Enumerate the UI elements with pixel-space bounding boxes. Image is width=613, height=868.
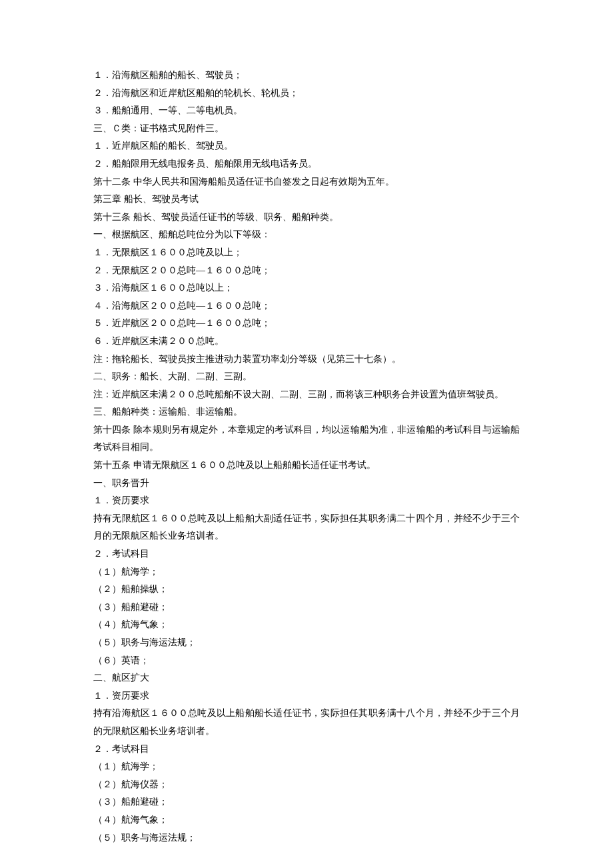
- text-line: 二、航区扩大: [93, 669, 520, 687]
- text-line: 第十四条 除本规则另有规定外，本章规定的考试科目，均以运输船为准，非运输船的考试…: [93, 421, 520, 457]
- text-line: 注：拖轮船长、驾驶员按主推进动力装置功率划分等级（见第三十七条）。: [93, 351, 520, 369]
- text-line: ２．考试科目: [93, 741, 520, 759]
- text-line: 持有沿海航区１６００总吨及以上船舶船长适任证书，实际担任其职务满十八个月，并经不…: [93, 705, 520, 740]
- text-line: ５．近岸航区２００总吨—１６００总吨；: [93, 315, 520, 333]
- text-line: ２．船舶限用无线电报务员、船舶限用无线电话务员。: [93, 155, 520, 173]
- text-line: （４）航海气象；: [93, 811, 520, 829]
- text-line: ２．无限航区２００总吨—１６００总吨；: [93, 262, 520, 280]
- text-line: 二、职务：船长、大副、二副、三副。: [93, 368, 520, 386]
- text-line: １．资历要求: [93, 687, 520, 705]
- text-line: （１）航海学；: [93, 563, 520, 581]
- text-line: １．近岸航区船的船长、驾驶员。: [93, 137, 520, 155]
- text-line: 一、根据航区、船舶总吨位分为以下等级：: [93, 226, 520, 244]
- text-line: 注：近岸航区未满２００总吨船舶不设大副、二副、三副，而将该三种职务合并设置为值班…: [93, 386, 520, 404]
- document-body: １．沿海航区船舶的船长、驾驶员；２．沿海航区和近岸航区船舶的轮机长、轮机员；３．…: [93, 67, 520, 847]
- text-line: （５）职务与海运法规；: [93, 829, 520, 847]
- text-line: 第三章 船长、驾驶员考试: [93, 191, 520, 209]
- text-line: ３．船舶通用、一等、二等电机员。: [93, 102, 520, 120]
- text-line: 第十三条 船长、驾驶员适任证书的等级、职务、船舶种类。: [93, 209, 520, 227]
- text-line: １．沿海航区船舶的船长、驾驶员；: [93, 67, 520, 85]
- text-line: １．无限航区１６００总吨及以上；: [93, 244, 520, 262]
- text-line: ２．考试科目: [93, 545, 520, 563]
- text-line: ４．沿海航区２００总吨—１６００总吨；: [93, 297, 520, 315]
- text-line: 第十五条 申请无限航区１６００总吨及以上船舶船长适任证书考试。: [93, 457, 520, 475]
- text-line: 三、Ｃ类：证书格式见附件三。: [93, 120, 520, 138]
- text-line: （５）职务与海运法规；: [93, 634, 520, 652]
- text-line: ３．沿海航区１６００总吨以上；: [93, 279, 520, 297]
- text-line: ２．沿海航区和近岸航区船舶的轮机长、轮机员；: [93, 85, 520, 103]
- text-line: ６．近岸航区未满２００总吨。: [93, 333, 520, 351]
- text-line: （６）英语；: [93, 652, 520, 670]
- text-line: （３）船舶避碰；: [93, 599, 520, 617]
- text-line: （４）航海气象；: [93, 616, 520, 634]
- text-line: 三、船舶种类：运输船、非运输船。: [93, 403, 520, 421]
- text-line: 一、职务晋升: [93, 475, 520, 493]
- text-line: 第十二条 中华人民共和国海船船员适任证书自签发之日起有效期为五年。: [93, 173, 520, 191]
- text-line: １．资历要求: [93, 492, 520, 510]
- text-line: 持有无限航区１６００总吨及以上船舶大副适任证书，实际担任其职务满二十四个月，并经…: [93, 510, 520, 545]
- text-line: （３）船舶避碰；: [93, 793, 520, 811]
- text-line: （１）航海学；: [93, 758, 520, 776]
- text-line: （２）船舶操纵；: [93, 581, 520, 599]
- text-line: （２）航海仪器；: [93, 776, 520, 794]
